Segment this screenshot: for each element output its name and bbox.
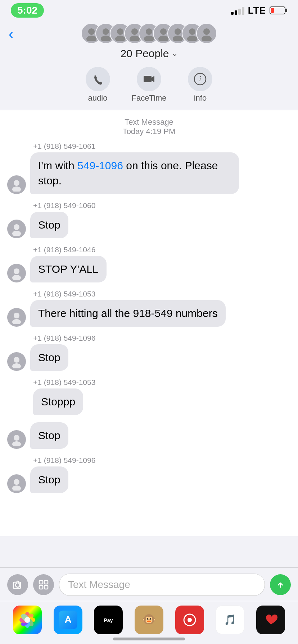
info-button[interactable]: i info [188,67,212,103]
message-timestamp-header: Text Message Today 4:19 PM [7,118,291,136]
svg-point-33 [12,441,21,446]
svg-point-0 [88,28,95,35]
svg-text:🎵: 🎵 [224,614,236,626]
video-icon [137,67,161,91]
apps-button[interactable] [33,574,54,595]
chevron-down-icon: ⌄ [171,49,178,58]
message-group-6: +1 (918) 549-1053 Stoppp [7,378,291,415]
svg-point-1 [86,36,96,41]
avatar [7,352,26,371]
avatar-group [81,23,217,44]
audio-label: audio [88,93,108,103]
message-group-7: Stop [7,422,291,449]
sender-number: +1 (918) 549-1060 [33,201,291,210]
sender-number: +1 (918) 549-1096 [33,456,291,465]
lte-label: LTE [248,5,266,16]
svg-point-27 [12,275,21,280]
message-time: Today 4:19 PM [7,127,291,136]
svg-text:A: A [64,614,72,625]
sender-number: +1 (918) 549-1061 [33,142,291,151]
sender-number: +1 (918) 549-1096 [33,334,291,342]
svg-point-4 [117,28,123,35]
text-input[interactable]: Text Message [59,574,265,596]
svg-text:🐵: 🐵 [142,612,156,626]
dock-browser-icon[interactable] [175,606,204,634]
header-divider [0,110,298,110]
svg-point-13 [173,36,183,41]
message-group-3: +1 (918) 549-1046 STOP Y'ALL [7,245,291,282]
svg-point-11 [158,36,168,41]
svg-text:Pay: Pay [104,617,113,623]
svg-rect-39 [39,585,43,589]
svg-point-50 [24,617,30,623]
avatar [196,23,217,44]
svg-point-5 [115,36,125,41]
svg-text:i: i [199,75,202,83]
svg-point-29 [12,319,21,324]
dock-applepay-icon[interactable]: Pay [94,606,123,634]
svg-point-9 [144,36,154,41]
message-group-2: +1 (918) 549-1060 Stop [7,201,291,238]
message-bubble: Stop [30,212,68,238]
dock-photos-icon[interactable] [13,606,42,634]
avatar [7,264,26,282]
svg-point-34 [14,479,19,485]
svg-point-10 [160,28,167,35]
svg-point-7 [130,36,140,41]
phone-link[interactable]: 549-1096 [77,160,123,171]
svg-point-32 [14,435,19,441]
camera-button[interactable] [7,574,28,595]
home-indicator [113,638,185,640]
avatar [7,430,26,449]
svg-point-17 [202,36,212,41]
message-row: Stop [7,422,291,449]
sender-number: +1 (918) 549-1046 [33,245,291,254]
svg-rect-38 [44,580,48,584]
svg-rect-18 [144,76,152,82]
avatar [7,308,26,327]
message-row: Stop [7,466,291,493]
message-bubble: Stoppp [33,388,83,415]
sender-number: +1 (918) 549-1053 [33,290,291,298]
back-button[interactable]: ‹ [9,27,13,42]
message-type: Text Message [7,118,291,127]
input-bar: Text Message [0,567,298,601]
svg-point-2 [103,28,109,35]
facetime-button[interactable]: FaceTime [132,67,167,103]
info-label: info [194,93,207,103]
signal-icon [231,6,244,15]
group-name-row[interactable]: 20 People ⌄ [120,47,177,60]
dock-appstore-icon[interactable]: A [54,606,82,634]
dock-music-icon[interactable]: 🎵 [216,606,244,634]
battery-icon [270,6,287,14]
avatar-stack [81,23,217,44]
avatar [7,175,26,194]
svg-point-12 [175,28,181,35]
audio-button[interactable]: audio [86,67,110,103]
svg-point-26 [14,268,19,274]
send-button[interactable] [270,574,291,595]
message-row: I'm with 549-1096 on this one. Please st… [7,152,291,194]
avatar [7,220,26,238]
facetime-label: FaceTime [132,93,167,103]
svg-point-25 [12,231,21,236]
message-group-8: +1 (918) 549-1096 Stop [7,456,291,493]
dock-heart-icon[interactable] [256,606,285,634]
message-row: Stoppp [7,388,291,415]
svg-point-22 [14,180,19,186]
sender-number: +1 (918) 549-1053 [33,378,291,387]
info-icon: i [188,67,212,91]
message-bubble: There hitting all the 918-549 numbers [30,300,226,327]
message-bubble: Stop [30,466,68,493]
svg-point-31 [12,363,21,368]
svg-point-36 [15,583,20,587]
message-group-4: +1 (918) 549-1053 There hitting all the … [7,290,291,327]
svg-point-30 [14,357,19,363]
svg-point-15 [187,36,197,41]
dock-monkey-icon[interactable]: 🐵 [135,606,163,634]
svg-point-59 [188,618,192,622]
svg-marker-19 [152,76,154,82]
svg-point-35 [12,486,21,491]
svg-point-16 [203,28,210,35]
svg-point-24 [14,224,19,230]
